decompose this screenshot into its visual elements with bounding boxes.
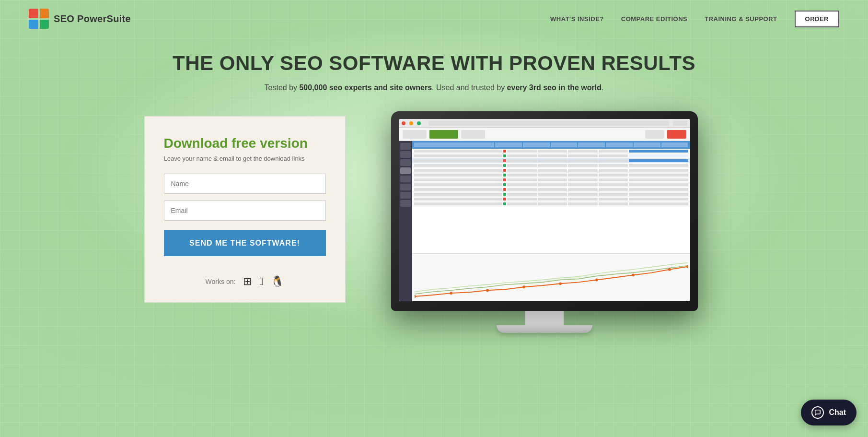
svg-point-4 [559,282,562,285]
logo-icon [29,9,49,29]
monitor-screen-outer [391,111,698,311]
monitor-screen [399,119,690,301]
works-on-label: Works on: [206,278,236,285]
chat-icon [811,406,824,419]
nav-compare-editions[interactable]: COMPARE EDITIONS [621,15,688,23]
nav-links: WHAT'S INSIDE? COMPARE EDITIONS TRAINING… [550,11,839,27]
svg-point-6 [632,274,635,277]
form-card-title: Download free version [164,136,326,151]
svg-point-0 [415,295,416,298]
hero-title: THE ONLY SEO SOFTWARE WITH PROVEN RESULT… [29,52,839,75]
name-input[interactable] [164,174,326,194]
hero-subtitle: Tested by 500,000 seo experts and site o… [29,83,839,92]
linux-icon: 🐧 [271,275,284,288]
form-card: Download free version Leave your name & … [144,116,346,303]
svg-point-5 [595,278,598,281]
order-button[interactable]: ORDER [795,11,839,27]
monitor [391,111,698,333]
apple-icon:  [259,275,263,288]
hero-section: THE ONLY SEO SOFTWARE WITH PROVEN RESULT… [0,37,868,92]
form-card-subtitle: Leave your name & email to get the downl… [164,155,326,162]
windows-icon: ⊞ [243,275,252,288]
logo-text: SEO PowerSuite [54,13,131,24]
works-on-section: Works on: ⊞  🐧 [164,275,326,288]
monitor-base [497,325,592,333]
submit-button[interactable]: SEND ME THE SOFTWARE! [164,230,326,256]
nav-training-support[interactable]: TRAINING & SUPPORT [705,15,777,23]
navbar: SEO PowerSuite WHAT'S INSIDE? COMPARE ED… [0,0,868,37]
nav-whats-inside[interactable]: WHAT'S INSIDE? [550,15,604,23]
software-ui [399,119,690,301]
email-input[interactable] [164,201,326,221]
monitor-neck [525,311,564,325]
svg-point-7 [668,268,671,271]
svg-point-3 [522,285,525,288]
logo[interactable]: SEO PowerSuite [29,9,131,29]
chat-button[interactable]: Chat [801,400,856,425]
svg-point-1 [450,292,452,295]
chat-label: Chat [829,408,846,417]
main-content: Download free version Leave your name & … [0,111,868,333]
svg-point-2 [486,289,489,292]
monitor-container [365,111,724,333]
